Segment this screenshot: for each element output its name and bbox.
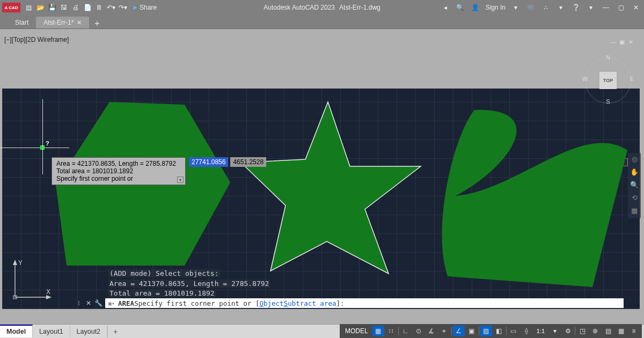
osnap-icon[interactable]: ⌖ <box>438 326 450 336</box>
tab-active-doc[interactable]: Atst-Err-1* ✕ <box>36 17 89 28</box>
status-scale[interactable]: 1:1 <box>533 328 548 334</box>
app-logo: A CAD <box>2 3 20 12</box>
cmd-opt-subtract[interactable]: ubtract area <box>288 299 336 307</box>
file-name: Atst-Err-1.dwg <box>339 4 380 11</box>
app-name: Autodesk AutoCAD 2023 <box>264 4 335 11</box>
annotation-icon[interactable]: ⟠ <box>521 326 532 336</box>
speak-icon[interactable]: ◂ <box>441 3 450 12</box>
tab-add-layout[interactable]: + <box>107 325 123 338</box>
vc-top-face[interactable]: TOP <box>599 72 617 89</box>
tooltip-expand-icon[interactable]: ▾ <box>177 177 184 183</box>
status-bar: MODEL ▦ ∷ ∟ ⊙ ∡ ⌖ ∠ ▣ ▨ ◧ ▭ ⟠ 1:1 ▾ ⚙ ◳ … <box>340 324 642 338</box>
cmd-recent-icon[interactable]: ▣▾ <box>108 300 115 306</box>
view-controls-label[interactable]: [−][Top][2D Wireframe] <box>4 36 69 43</box>
share-label: Share <box>140 4 157 11</box>
sel-cycle-icon[interactable]: ▭ <box>508 326 519 336</box>
dropdown-icon-2[interactable]: ▾ <box>556 3 566 12</box>
save-icon[interactable]: 💾 <box>47 3 57 12</box>
ucs-y-label: Y <box>18 260 23 267</box>
qat-icons: ▤ 📂 💾 🖫 🖨 📄 🗎 ↶▾ ↷▾ <box>23 3 128 12</box>
tooltip-line2: Total area = 1801019.1892 <box>56 167 181 175</box>
units-icon[interactable]: ▤ <box>602 326 614 336</box>
transparency-icon[interactable]: ◧ <box>493 326 505 336</box>
tab-label: Start <box>15 19 28 26</box>
ucs-icon: Y X <box>9 260 52 303</box>
title-bar: A CAD ▤ 📂 💾 🖫 🖨 📄 🗎 ↶▾ ↷▾ ➤ Share Autode… <box>0 0 644 15</box>
isodraft-icon[interactable]: ∡ <box>426 326 437 336</box>
tab-close-icon[interactable]: ✕ <box>77 19 82 26</box>
tab-layout2[interactable]: Layout2 <box>70 326 107 337</box>
saveas-icon[interactable]: 🖫 <box>59 3 69 12</box>
cmd-opt-subtract-u[interactable]: S <box>284 299 288 307</box>
dynamic-coord-inputs: 27741.0856 4651.2528 <box>189 157 266 167</box>
close-icon[interactable]: ✕ <box>631 3 641 12</box>
hist-line: (ADD mode) Select objects: <box>108 269 220 277</box>
vp-minimize-icon[interactable]: — <box>610 38 617 46</box>
dropdown-icon[interactable]: ▾ <box>511 3 521 12</box>
dynamic-input-tooltip: Area = 421370.8635, Length = 2785.8792 T… <box>52 157 186 185</box>
vp-restore-icon[interactable]: ▣ <box>618 38 626 46</box>
hist-line: Total area = 1801019.1892 <box>108 289 216 297</box>
tooltip-line3: Specify first corner point or <box>56 175 181 182</box>
undo-icon[interactable]: ↶▾ <box>106 3 116 12</box>
maximize-icon[interactable]: ▢ <box>616 3 626 12</box>
snap-toggle-icon[interactable]: ∷ <box>385 326 397 336</box>
polar-icon[interactable]: ⊙ <box>413 326 425 336</box>
tooltip-line1: Area = 421370.8635, Length = 2785.8792 <box>56 160 181 167</box>
user-icon[interactable]: 👤 <box>471 3 480 12</box>
cmd-opt-object-u[interactable]: O <box>259 299 264 307</box>
svg-marker-2 <box>13 260 17 265</box>
drawing-canvas[interactable]: — ▣ ✕ N W E S TOP WCS ◎ ✋ 🔍 ⟲ ▦ <box>2 89 640 309</box>
scale-menu-icon[interactable]: ▾ <box>549 326 561 336</box>
signin-button[interactable]: Sign In <box>486 4 506 11</box>
coord-x-input[interactable]: 27741.0856 <box>189 157 228 167</box>
plot-icon[interactable]: 📄 <box>83 3 92 12</box>
dropdown-icon-3[interactable]: ▾ <box>586 3 596 12</box>
cmd-close-icon[interactable]: ✕ <box>85 299 92 307</box>
tab-start[interactable]: Start <box>8 17 36 28</box>
minimize-icon[interactable]: — <box>601 3 611 12</box>
cmd-prompt-2: ]: <box>336 299 344 307</box>
quickprops-icon[interactable]: ▦ <box>615 326 627 336</box>
help-icon[interactable]: ❔ <box>571 3 581 12</box>
viewport-window-controls: — ▣ ✕ <box>610 38 634 46</box>
command-line-input[interactable]: ▣▾ AREA Specify first corner point or [ … <box>105 298 624 308</box>
cmd-grip-icon[interactable]: ⁝ <box>75 299 83 307</box>
tab-label: Atst-Err-1* <box>43 19 74 26</box>
hist-line: Area = 421370.8635, Length = 2785.8792 <box>108 280 270 288</box>
workspace-icon[interactable]: ◳ <box>576 326 588 336</box>
cmd-name: AREA <box>118 299 134 307</box>
grid-toggle-icon[interactable]: ▦ <box>372 326 384 336</box>
sheet-icon[interactable]: 🗎 <box>94 3 104 12</box>
cmd-customize-icon[interactable]: 🔧 <box>94 299 102 307</box>
cmd-handle: ⁝ ✕ 🔧 <box>2 299 102 307</box>
open-icon[interactable]: 📂 <box>35 3 45 12</box>
lineweight-icon[interactable]: ▨ <box>480 326 492 336</box>
cmd-prompt-1: Specify first corner point or [ <box>134 299 259 307</box>
cmd-opt-object[interactable]: bject <box>264 299 284 307</box>
vp-close-icon[interactable]: ✕ <box>627 38 634 46</box>
search-icon[interactable]: 🔍 <box>456 3 465 12</box>
window-title: Autodesk AutoCAD 2023 Atst-Err-1.dwg <box>264 4 380 11</box>
tab-layout1[interactable]: Layout1 <box>33 326 70 337</box>
shape-star <box>241 102 421 274</box>
ortho-icon[interactable]: ∟ <box>400 326 412 336</box>
shape-spline <box>442 110 627 287</box>
otrack-icon[interactable]: ∠ <box>453 326 465 336</box>
ucs-x-label: X <box>46 288 50 296</box>
coord-y-input[interactable]: 4651.2528 <box>230 157 266 167</box>
customization-icon[interactable]: ≡ <box>628 326 640 336</box>
cart-icon[interactable]: 🛒 <box>526 3 536 12</box>
document-tabs: Start Atst-Err-1* ✕ + <box>0 15 644 29</box>
redo-icon[interactable]: ↷▾ <box>118 3 128 12</box>
tab-new-button[interactable]: + <box>89 19 105 28</box>
print-icon[interactable]: 🖨 <box>71 3 80 12</box>
2dosnap-icon[interactable]: ▣ <box>466 326 478 336</box>
app-switcher-icon[interactable]: ⛬ <box>541 3 551 12</box>
gear-icon[interactable]: ⚙ <box>562 326 574 336</box>
share-button[interactable]: ➤ Share <box>132 4 157 11</box>
tab-model[interactable]: Model <box>0 325 33 337</box>
new-icon[interactable]: ▤ <box>24 3 33 12</box>
status-model-label[interactable]: MODEL <box>342 327 371 335</box>
anno-monitor-icon[interactable]: ⊕ <box>589 326 601 336</box>
